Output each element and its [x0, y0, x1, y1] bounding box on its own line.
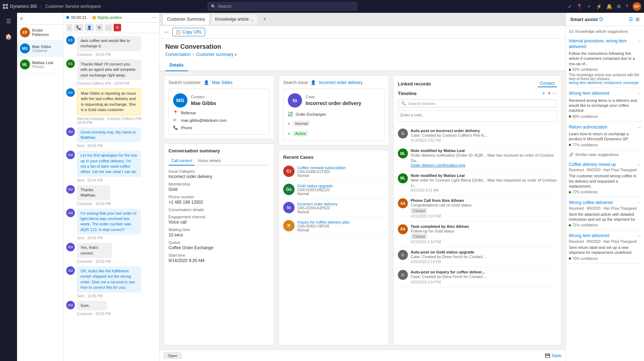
article-1-title[interactable]: Internal procedure: wrong item delivered: [569, 38, 638, 49]
agent-item-mattias[interactable]: ML Mattias Leal Primary: [17, 57, 63, 73]
smart-assist-info-icon[interactable]: ⓘ: [599, 17, 603, 22]
timeline-item-7: G Auto-post on Inquiry for coffee delive…: [398, 267, 557, 287]
global-search[interactable]: 🔍 Search: [208, 2, 357, 11]
plus-icon[interactable]: ＋: [587, 3, 592, 10]
phone-icon: 📞: [173, 125, 178, 130]
timeline-date-1: 9/14/2020 3:52 PM: [411, 138, 557, 142]
msg-col-6: Thanks Matthias. Customer · 10:04 PM: [77, 185, 114, 206]
user-avatar[interactable]: KP: [633, 2, 641, 11]
open-status-badge[interactable]: Open: [164, 352, 181, 359]
article-1-menu[interactable]: ···: [638, 38, 641, 43]
home-icon[interactable]: 🏠: [3, 31, 14, 42]
timeline-avatar-5: AA: [398, 224, 408, 234]
hamburger-icon[interactable]: ☰: [4, 16, 13, 27]
back-button[interactable]: ←: [164, 29, 170, 35]
end-call-button[interactable]: ✕: [114, 24, 121, 31]
search-customer-field[interactable]: Search customer 👤 Mae Gibbs: [168, 80, 270, 85]
message-1: CC dark coffee and would like to exchang…: [66, 36, 156, 57]
tab-knowledge-article[interactable]: Knowledge article ...: [211, 14, 258, 25]
avatar-mattias: ML: [20, 59, 30, 69]
add-tab-button[interactable]: ＋: [259, 14, 270, 24]
linked-customer-name[interactable]: Mae Gibbs: [212, 80, 233, 85]
msg-avatar-8: CU: [66, 243, 75, 251]
summary-tab-visitor[interactable]: Visitor details: [194, 156, 223, 166]
panel-expand-icon[interactable]: ≡: [20, 16, 23, 21]
settings-button[interactable]: ⚙: [95, 24, 103, 31]
article-3-title[interactable]: Return authorization: [569, 125, 638, 130]
chat-toolbar: ↑ 📞 👤 ⚙ ··· ✕: [63, 22, 159, 33]
similar-3-confidence-bar: [569, 257, 571, 260]
breadcrumb-separator: ›: [193, 52, 194, 57]
person-button[interactable]: 👤: [85, 24, 94, 31]
list-view-icon[interactable]: ☰: [629, 16, 633, 22]
linked-records-tabs: Contact: [538, 80, 557, 87]
filter-icon[interactable]: ⚡: [596, 4, 602, 9]
linked-tab-contact[interactable]: Contact: [538, 80, 557, 87]
similar-3-confidence-text: 70% confidence: [572, 257, 598, 261]
call-button[interactable]: 📞: [74, 24, 83, 31]
message-meta-9: Sent · 10:05 PM: [77, 294, 148, 298]
settings-icon[interactable]: ⚙: [617, 4, 621, 9]
tab-customer-summary[interactable]: Customer Summary: [162, 14, 210, 25]
note-input[interactable]: [398, 110, 557, 122]
msg-avatar-3: CC: [66, 88, 75, 97]
contact-avatar: MG: [173, 93, 187, 108]
notification-icon[interactable]: 🔔: [606, 4, 612, 9]
timeline-more-icon[interactable]: ⋯: [552, 91, 557, 96]
message-bubble-4: Good morning may. My name is Matthias.: [77, 127, 141, 143]
sub-tab-details[interactable]: Details: [165, 60, 188, 71]
agent-item-mae[interactable]: MG Mae Gibbs Customer: [17, 41, 63, 57]
grid-icon[interactable]: [3, 4, 8, 9]
conversation-summary-card: Conversation summary Call context Visito…: [164, 143, 274, 345]
case-title-3[interactable]: Incorrect order delivery: [297, 202, 384, 206]
message-9: CU OK, looks like the fulfillment center…: [66, 266, 156, 298]
search-issue-field[interactable]: Search issue 👤 Incorrect order delivery: [283, 80, 384, 85]
content-grid: Search customer 👤 Mae Gibbs MG Contact M…: [160, 71, 566, 350]
breadcrumb-summary[interactable]: Customer summary ▾: [196, 52, 237, 57]
right-column: Linked records Contact Timeline ＋: [393, 75, 561, 345]
transfer-button[interactable]: ↑: [66, 24, 73, 31]
contact-phone-row: 📞 Phone: [173, 125, 265, 130]
summary-phone: Phone number +1 485 198 12002: [168, 195, 270, 205]
linked-records-header: Linked records Contact: [398, 80, 557, 87]
breadcrumb-conversation[interactable]: Conversation: [165, 52, 191, 57]
timeline-filter-icon[interactable]: ▾: [548, 91, 550, 96]
help-icon[interactable]: ?: [625, 4, 628, 9]
case-title-4[interactable]: Inquiry for coffee delivery plan: [297, 220, 384, 224]
grid-view-icon[interactable]: ⊞: [635, 16, 640, 22]
message-bubble-10: Sure.: [77, 301, 107, 310]
timeline-desc-1: Case: Created by Contoso Coffee's Phil f…: [411, 133, 557, 138]
timeline-link-2[interactable]: Order delivery confirmation.png: [411, 163, 557, 167]
message-meta-10: Customer · 10:05 PM: [77, 312, 110, 316]
timeline-add-icon[interactable]: ＋: [541, 90, 546, 96]
message-bubble-8: Yes, that's correct.: [77, 243, 112, 258]
summary-channel: Engagement channel Voice call: [168, 215, 270, 225]
agent-item-kristin[interactable]: KP Kristin Patterson: [17, 25, 63, 41]
checkmark-icon[interactable]: ✓: [568, 4, 572, 9]
minimize-icon[interactable]: —: [152, 15, 156, 20]
similar-1-title[interactable]: Coffee delivery mixed-up: [569, 162, 638, 168]
similar-3-title[interactable]: Wrong item delivered: [569, 233, 638, 239]
linked-issue-name[interactable]: Incorrect order delivery: [319, 80, 363, 85]
copy-url-button[interactable]: 📋 Copy URL: [172, 28, 205, 36]
more-button[interactable]: ···: [105, 24, 112, 31]
timeline-avatar-1: G: [398, 129, 408, 138]
case-title-2[interactable]: Gold status upgrade: [297, 184, 384, 188]
copy-url-label: Copy URL: [182, 30, 202, 35]
main-content: Customer Summary Knowledge article ... ＋…: [160, 13, 566, 361]
location-icon[interactable]: 📍: [576, 4, 582, 9]
article-1-confidence-text: 82% confidence: [572, 68, 598, 72]
timeline-search[interactable]: 🔍 Search timeline: [398, 99, 557, 108]
article-2-menu[interactable]: ···: [638, 91, 641, 96]
case-title-1[interactable]: Coffee renewal subscription: [297, 166, 384, 170]
summary-tab-call-context[interactable]: Call context: [168, 156, 194, 166]
similar-2-title[interactable]: Wrong coffee delivered: [569, 200, 638, 206]
save-button[interactable]: 💾 Save: [545, 353, 561, 358]
avatar-kristin: KP: [20, 27, 30, 37]
similar-cases-section-title: 🔗 Similar case suggestions: [569, 150, 641, 159]
similar-1-menu[interactable]: ···: [638, 162, 641, 167]
similar-3-menu[interactable]: ···: [638, 233, 641, 238]
similar-2-menu[interactable]: ···: [638, 200, 641, 205]
article-3-menu[interactable]: ···: [638, 125, 641, 130]
article-2-title[interactable]: Wrong item delivered: [569, 91, 638, 96]
